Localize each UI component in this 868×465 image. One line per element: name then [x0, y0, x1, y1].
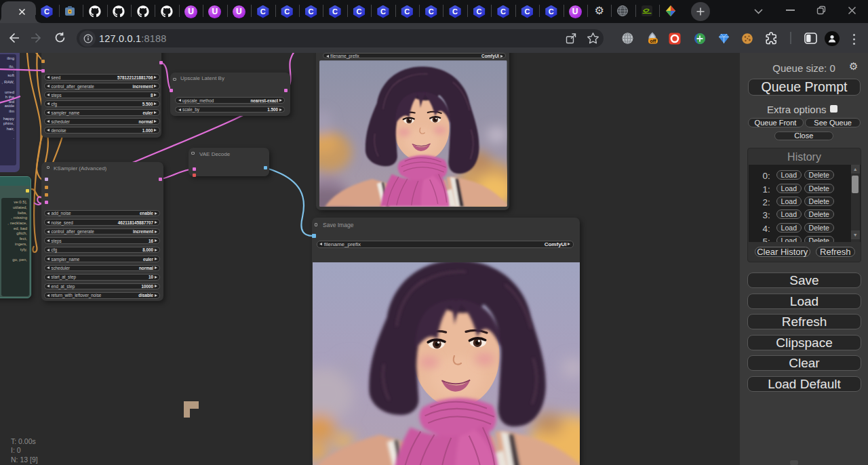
svg-text:off: off	[650, 39, 657, 43]
